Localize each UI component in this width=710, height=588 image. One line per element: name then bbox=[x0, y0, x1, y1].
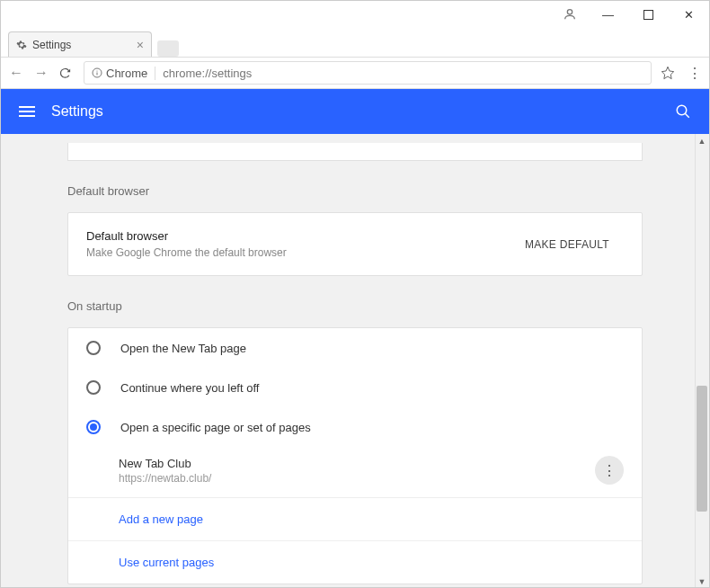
svg-point-3 bbox=[96, 70, 97, 71]
section-label-default-browser: Default browser bbox=[67, 184, 643, 198]
startup-option-label: Open the New Tab page bbox=[120, 342, 246, 355]
radio-icon bbox=[86, 380, 101, 395]
startup-option-new-tab[interactable]: Open the New Tab page bbox=[68, 328, 642, 368]
scrollbar-down-icon[interactable]: ▼ bbox=[695, 575, 709, 588]
search-icon[interactable] bbox=[675, 103, 691, 120]
new-tab-button[interactable] bbox=[157, 40, 179, 57]
startup-option-specific-pages[interactable]: Open a specific page or set of pages bbox=[68, 407, 642, 447]
startup-page-url: https://newtab.club/ bbox=[119, 472, 211, 485]
svg-point-5 bbox=[677, 105, 687, 115]
forward-button[interactable]: → bbox=[33, 65, 49, 81]
hamburger-icon[interactable] bbox=[19, 106, 35, 117]
previous-card-edge bbox=[67, 143, 643, 161]
default-browser-title: Default browser bbox=[86, 229, 287, 243]
tab-strip: Settings × bbox=[1, 28, 709, 57]
scrollbar-thumb[interactable] bbox=[697, 386, 707, 512]
section-label-on-startup: On startup bbox=[67, 299, 643, 313]
page-entry-more-button[interactable]: ⋮ bbox=[595, 456, 624, 485]
menu-dots-icon[interactable]: ⋮ bbox=[688, 65, 702, 82]
gear-icon bbox=[16, 40, 27, 50]
tab-settings[interactable]: Settings × bbox=[8, 31, 152, 57]
startup-option-label: Continue where you left off bbox=[120, 381, 259, 395]
make-default-button[interactable]: MAKE DEFAULT bbox=[510, 231, 624, 258]
user-account-icon[interactable] bbox=[552, 1, 588, 28]
startup-option-label: Open a specific page or set of pages bbox=[120, 421, 311, 434]
reload-button[interactable] bbox=[58, 67, 75, 80]
tab-title: Settings bbox=[32, 39, 71, 51]
svg-rect-4 bbox=[97, 73, 98, 76]
window-titlebar: — ✕ bbox=[1, 1, 709, 28]
close-button[interactable]: ✕ bbox=[669, 1, 709, 28]
settings-app-bar: Settings bbox=[1, 89, 709, 134]
svg-point-0 bbox=[567, 10, 572, 14]
info-icon bbox=[92, 67, 102, 78]
minimize-button[interactable]: — bbox=[588, 1, 628, 28]
on-startup-card: Open the New Tab page Continue where you… bbox=[67, 327, 643, 584]
scrollbar[interactable]: ▲ ▼ bbox=[695, 134, 709, 588]
svg-rect-1 bbox=[644, 10, 653, 19]
radio-icon-selected bbox=[86, 420, 101, 434]
radio-icon bbox=[86, 341, 101, 355]
bookmark-star-icon[interactable] bbox=[661, 66, 675, 80]
scrollbar-up-icon[interactable]: ▲ bbox=[695, 134, 709, 148]
maximize-button[interactable] bbox=[628, 1, 669, 28]
tab-close-icon[interactable]: × bbox=[137, 38, 144, 52]
default-browser-card: Default browser Make Google Chrome the d… bbox=[67, 212, 643, 276]
settings-content: Default browser Default browser Make Goo… bbox=[1, 134, 709, 588]
chrome-label: Chrome bbox=[106, 67, 147, 80]
address-bar: ← → Chrome chrome://settings ⋮ bbox=[1, 57, 709, 89]
add-new-page-link[interactable]: Add a new page bbox=[68, 498, 642, 541]
use-current-pages-link[interactable]: Use current pages bbox=[68, 541, 642, 584]
omnibox[interactable]: Chrome chrome://settings bbox=[84, 61, 652, 85]
startup-page-name: New Tab Club bbox=[119, 457, 211, 470]
default-browser-subtitle: Make Google Chrome the default browser bbox=[86, 246, 287, 259]
startup-option-continue[interactable]: Continue where you left off bbox=[68, 368, 642, 407]
svg-line-6 bbox=[685, 113, 689, 118]
url-text: chrome://settings bbox=[155, 67, 651, 80]
startup-page-entry: New Tab Club https://newtab.club/ ⋮ bbox=[68, 447, 642, 498]
page-title: Settings bbox=[51, 103, 103, 120]
back-button[interactable]: ← bbox=[8, 65, 24, 81]
